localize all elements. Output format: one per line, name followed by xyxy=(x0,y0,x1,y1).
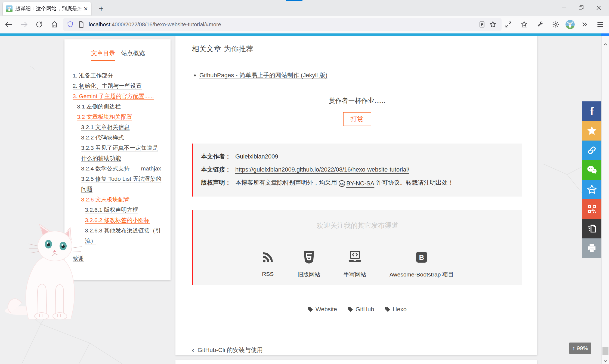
channel-old-site[interactable]: 旧版网站 xyxy=(298,248,320,278)
forward-button[interactable] xyxy=(17,18,30,31)
back-to-top-button[interactable]: ↑ 99% xyxy=(569,343,591,354)
site-top-border xyxy=(0,33,609,36)
toc-item[interactable]: 1. 准备工作部分 xyxy=(73,70,163,81)
minimize-button[interactable] xyxy=(560,4,568,12)
copyright-box: 本文作者：Guleixibian2009 本文链接：https://guleix… xyxy=(192,144,522,197)
toc-tabs: 文章目录 站点概览 xyxy=(73,49,163,61)
rss-icon xyxy=(261,248,274,264)
tag-website[interactable]: Website xyxy=(307,306,337,315)
url-text[interactable]: localhost:4000/2022/08/16/hexo-website-t… xyxy=(89,21,221,28)
share-copy-link-icon[interactable] xyxy=(582,141,602,160)
author-label: 本文作者： xyxy=(201,153,231,160)
channel-rss[interactable]: RSS xyxy=(261,248,274,277)
share-wechat-icon[interactable] xyxy=(582,160,602,180)
toc-item[interactable]: 2. 初始化、主题与一些设置 xyxy=(73,81,163,91)
page-info-icon[interactable] xyxy=(78,21,85,28)
channel-bootstrap-project[interactable]: B Awesome-Bootstrap 项目 xyxy=(389,248,454,278)
scroll-percent: 99% xyxy=(577,345,588,351)
tab-site-overview[interactable]: 站点概览 xyxy=(121,49,145,61)
toc-item[interactable]: 3.2.1 文章相关信息 xyxy=(73,122,163,132)
reader-mode-icon[interactable] xyxy=(477,19,487,30)
license-pre: 本博客所有文章除特别声明外，均采用 xyxy=(235,179,337,186)
share-print-icon[interactable] xyxy=(582,238,602,258)
bootstrap-icon: B xyxy=(415,248,428,264)
tags-row: Website GitHub Hexo xyxy=(192,306,522,315)
channel-label: 手写网站 xyxy=(344,271,366,278)
license-link-text: BY-NC-SA xyxy=(346,177,374,190)
share-qrcode-icon[interactable] xyxy=(582,199,602,219)
developer-wrench-icon[interactable] xyxy=(534,18,546,30)
chevron-left-icon: ‹ xyxy=(192,346,194,354)
page-scrollbar[interactable] xyxy=(601,36,609,364)
scrollbar-thumb[interactable] xyxy=(602,347,608,355)
settings-gear-icon[interactable] xyxy=(550,18,562,30)
window-controls xyxy=(560,0,607,16)
overflow-chevrons-icon[interactable] xyxy=(579,18,591,30)
toc-item[interactable]: 3. Gemini 子主题的官方配置...... xyxy=(73,91,163,101)
toc-item[interactable]: 3.2.5 修复 Todo List 无法渲染的问题 xyxy=(73,174,163,194)
browser-toolbar: localhost:4000/2022/08/16/hexo-website-t… xyxy=(0,16,609,33)
reward-button[interactable]: 打赏 xyxy=(343,112,371,126)
cc-icon: cc xyxy=(339,180,345,187)
related-title: 相关文章 xyxy=(192,45,221,53)
toc-item[interactable]: 3.1 左侧的侧边栏 xyxy=(73,101,163,112)
reward-text: 赏作者一杯作业...... xyxy=(192,96,522,105)
channel-label: 旧版网站 xyxy=(298,271,320,278)
tab-close-icon[interactable]: × xyxy=(84,5,88,12)
share-bar: f xyxy=(582,101,602,258)
toc-item[interactable]: 3.2.6 文末板块配置 xyxy=(73,194,163,205)
laptop-code-icon xyxy=(347,248,363,264)
svg-text:B: B xyxy=(419,253,424,262)
channel-label: RSS xyxy=(262,271,274,277)
close-button[interactable] xyxy=(595,4,602,12)
article-card: 相关文章为你推荐 GithubPages - 简单易上手的网站制作 (Jekyl… xyxy=(175,36,537,355)
toc-item[interactable]: 3.2.4 数学公式支持——mathjax xyxy=(73,163,163,174)
tag-github[interactable]: GitHub xyxy=(347,306,374,315)
share-facebook-icon[interactable]: f xyxy=(582,101,602,121)
restore-button[interactable] xyxy=(577,4,585,12)
shield-icon[interactable] xyxy=(66,21,74,28)
cat-illustration xyxy=(3,205,92,319)
scrollbar-down-icon[interactable] xyxy=(602,357,609,364)
related-posts-list: GithubPages - 简单易上手的网站制作 (Jekyll 版) xyxy=(199,70,522,80)
channel-handwritten-site[interactable]: 手写网站 xyxy=(344,248,366,278)
arrow-up-icon: ↑ xyxy=(572,345,575,351)
new-tab-button[interactable]: + xyxy=(96,3,107,14)
share-page-copy-icon[interactable] xyxy=(582,219,602,238)
share-favorites-icon[interactable] xyxy=(582,121,602,141)
channel-label: Awesome-Bootstrap 项目 xyxy=(389,271,454,278)
reload-button[interactable] xyxy=(33,18,46,31)
tag-label: Website xyxy=(316,306,337,313)
url-bar[interactable]: localhost:4000/2022/08/16/hexo-website-t… xyxy=(63,18,502,31)
tab-article-toc[interactable]: 文章目录 xyxy=(91,49,115,61)
profile-avatar[interactable] xyxy=(565,20,575,29)
scrollbar-up-icon[interactable] xyxy=(602,41,609,48)
save-to-pocket-icon[interactable] xyxy=(518,18,530,30)
toc-item[interactable]: 3.2.3 看见了还真不一定知道是什么的辅助功能 xyxy=(73,143,163,163)
toc-item[interactable]: 3.2.2 代码块样式 xyxy=(73,132,163,143)
related-subtitle: 为你推荐 xyxy=(224,45,253,53)
url-path: :4000/2022/08/16/hexo-website-tutorial/#… xyxy=(110,21,221,27)
bookmark-star-icon[interactable] xyxy=(487,19,498,30)
tag-label: GitHub xyxy=(355,306,374,313)
prev-post-link[interactable]: ‹ GitHub-Cli 的安装与使用 xyxy=(192,346,522,354)
divider xyxy=(192,61,522,61)
license-post: 许可协议。转载请注明出处！ xyxy=(376,179,454,186)
related-post-item: GithubPages - 简单易上手的网站制作 (Jekyll 版) xyxy=(199,70,522,80)
share-qzone-icon[interactable] xyxy=(582,180,602,199)
back-button[interactable] xyxy=(2,18,15,31)
browser-tab[interactable]: 超详细：这个网站，到底是怎么 × xyxy=(3,2,91,15)
menu-hamburger-icon[interactable] xyxy=(594,18,606,30)
toc-item[interactable]: 3.2 文章板块相关配置 xyxy=(73,112,163,122)
license-link[interactable]: ccBY-NC-SA xyxy=(339,177,374,190)
related-post-link[interactable]: GithubPages - 简单易上手的网站制作 (Jekyll 版) xyxy=(199,72,327,79)
tag-icon xyxy=(385,306,391,312)
fullscreen-icon[interactable] xyxy=(502,18,514,30)
html5-icon xyxy=(303,248,315,264)
permalink-link[interactable]: https://guleixibian2009.github.io/2022/0… xyxy=(235,166,409,173)
url-host: localhost xyxy=(89,21,110,27)
author-name: Guleixibian2009 xyxy=(235,153,278,160)
home-button[interactable] xyxy=(48,18,61,31)
tag-hexo[interactable]: Hexo xyxy=(385,306,407,315)
follow-channels: RSS 旧版网站 xyxy=(193,248,522,278)
